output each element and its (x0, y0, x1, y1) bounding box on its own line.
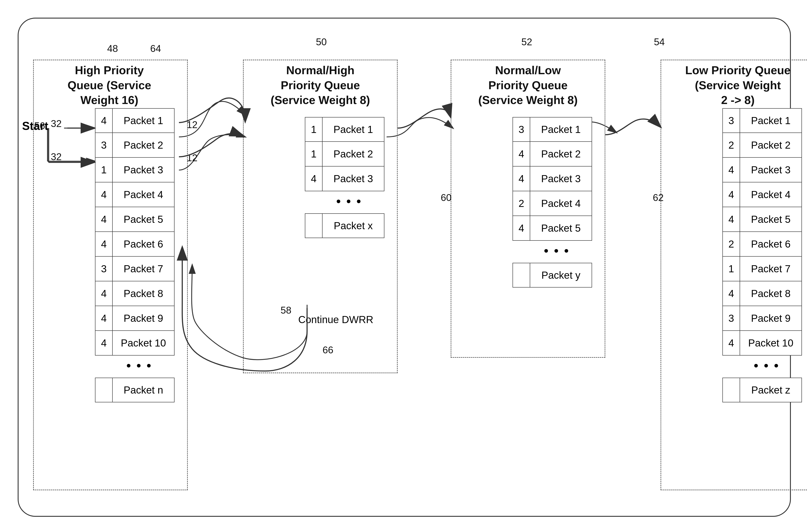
ref-50: 50 (316, 36, 327, 48)
continue-dwrr-label: Continue DWRR (298, 314, 373, 326)
nlpq-packet-list: 3Packet 1 4Packet 2 4Packet 3 2Packet 4 … (512, 117, 592, 287)
ref-58: 58 (281, 305, 292, 316)
high-priority-label: High PriorityQueue (ServiceWeight 16) (39, 63, 180, 108)
normal-high-priority-label: Normal/HighPriority Queue(Service Weight… (250, 63, 391, 108)
ref-48: 48 (107, 43, 118, 54)
ref-52: 52 (521, 36, 532, 48)
diagram-container: Start 56 32 32 High PriorityQueue (Servi… (0, 0, 807, 532)
lpq-packet-list: 3Packet 1 2Packet 2 4Packet 3 4Packet 4 … (722, 108, 802, 402)
ref-12b: 12 (187, 152, 198, 164)
ref-54: 54 (654, 36, 665, 48)
ref-60: 60 (441, 192, 452, 203)
hp-packet-list: 4Packet 1 3Packet 2 1Packet 3 4Packet 4 … (95, 108, 174, 402)
ref-12a: 12 (187, 119, 198, 130)
normal-low-priority-label: Normal/LowPriority Queue(Service Weight … (457, 63, 599, 108)
ref-66: 66 (322, 344, 333, 356)
ref-62: 62 (653, 192, 664, 203)
ref-64: 64 (150, 43, 161, 54)
nhpq-packet-list: 1Packet 1 1Packet 2 4Packet 3 • • • Pack… (305, 117, 384, 238)
low-priority-label: Low Priority Queue(Service Weight2 -> 8) (667, 63, 807, 108)
